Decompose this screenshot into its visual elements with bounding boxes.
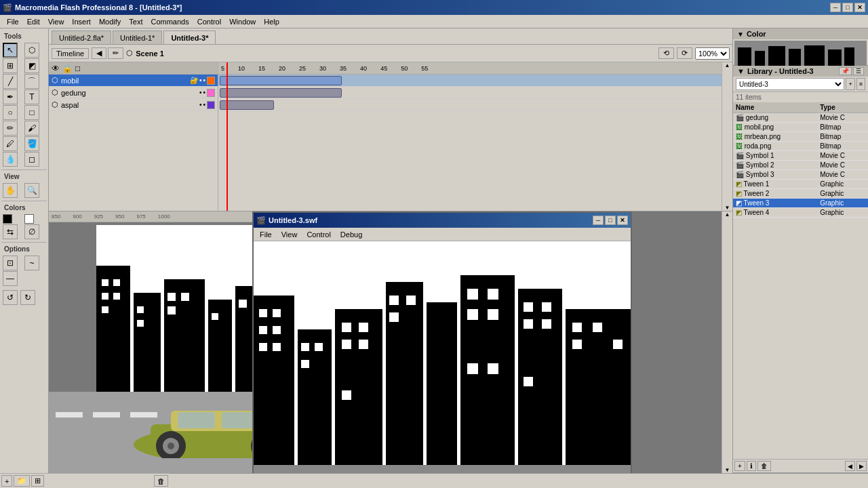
colors-label: Colors (1, 203, 47, 213)
rectangle-tool[interactable]: □ (24, 105, 39, 120)
rotate-ccw-btn[interactable]: ⟲ (658, 47, 674, 59)
color-panel-header[interactable]: ▼ Color (733, 28, 868, 39)
lib-nav-buttons: ◀ ▶ (845, 461, 867, 471)
vertical-scrollbar-canvas[interactable]: ▲ ▼ (722, 211, 732, 473)
svg-rect-8 (102, 293, 108, 300)
library-new-btn[interactable]: + (846, 78, 854, 90)
swf-menu-debug[interactable]: Debug (337, 230, 366, 239)
zoom-dropdown[interactable]: 100% 50% 200% (695, 47, 730, 60)
close-button[interactable]: ✕ (854, 3, 865, 12)
layer-gedung-color (207, 89, 215, 97)
subselection-tool[interactable]: ⬡ (24, 43, 39, 58)
layer-gedung[interactable]: ⬡ gedung • • (49, 87, 218, 99)
lib-props-btn2[interactable]: ℹ (747, 461, 756, 471)
menu-control[interactable]: Control (193, 16, 225, 27)
menu-text[interactable]: Text (125, 16, 146, 27)
layer-gedung-label: gedung (61, 89, 86, 97)
frame-row-mobil[interactable] (218, 75, 722, 87)
swf-maximize-btn[interactable]: □ (605, 216, 616, 225)
eyedropper-tool[interactable]: 💧 (3, 152, 18, 167)
tab-untitled1[interactable]: Untitled-1* (113, 30, 162, 44)
title-bar-buttons[interactable]: ─ □ ✕ (830, 3, 865, 12)
rotate-cw[interactable]: ↻ (20, 290, 35, 305)
library-item-symbol1[interactable]: 🎬 Symbol 1 Movie C (733, 151, 868, 161)
tab-untitled3[interactable]: Untitled-3* (163, 30, 216, 44)
swf-window-buttons[interactable]: ─ □ ✕ (593, 216, 628, 225)
menu-insert[interactable]: Insert (68, 16, 95, 27)
pencil-tool[interactable]: ✏ (3, 121, 18, 136)
scroll-up-arrow[interactable]: ▲ (725, 211, 730, 218)
swf-menu-view[interactable]: View (278, 230, 301, 239)
library-item-tween4[interactable]: ◩ Tween 4 Graphic (733, 208, 868, 218)
frame-row-aspal[interactable] (218, 99, 722, 111)
brush-tool[interactable]: 🖌 (24, 121, 39, 136)
menu-edit[interactable]: Edit (23, 16, 44, 27)
timeline-scrollbar[interactable]: ▲ ▼ (722, 62, 732, 211)
maximize-button[interactable]: □ (842, 3, 853, 12)
gradient-tool[interactable]: ◩ (24, 58, 39, 73)
menu-file[interactable]: File (3, 16, 23, 27)
paint-bucket-tool[interactable]: 🪣 (24, 136, 39, 151)
svg-rect-13 (167, 293, 176, 301)
lib-nav-right[interactable]: ▶ (856, 461, 867, 471)
right-panel: ▼ Color ▼ Library (732, 28, 868, 473)
minimize-button[interactable]: ─ (830, 3, 841, 12)
hand-tool[interactable]: ✋ (3, 183, 18, 198)
library-props-btn[interactable]: ≡ (856, 78, 865, 90)
pen-tool[interactable]: ✒ (3, 89, 18, 104)
rotate-ccw[interactable]: ↺ (3, 290, 18, 305)
swap-colors[interactable]: ⇆ (3, 224, 18, 239)
swf-minimize-btn[interactable]: ─ (593, 216, 604, 225)
library-item-mobil-png[interactable]: 🖼 mobil.png Bitmap (733, 123, 868, 132)
library-file-dropdown[interactable]: Untitled-3 (736, 78, 844, 90)
menu-commands[interactable]: Commands (146, 16, 193, 27)
tab-untitled2[interactable]: Untitled-2.fla* (52, 30, 111, 44)
menu-window[interactable]: Window (225, 16, 260, 27)
lib-nav-left[interactable]: ◀ (845, 461, 855, 471)
eraser-tool[interactable]: ◻ (24, 152, 39, 167)
selection-tool[interactable]: ↖ (3, 43, 18, 58)
zoom-tool[interactable]: 🔍 (24, 183, 39, 198)
text-tool[interactable]: T (24, 89, 39, 104)
menu-view[interactable]: View (44, 16, 68, 27)
straighten-btn[interactable]: — (3, 271, 18, 286)
stroke-color[interactable] (3, 214, 12, 224)
library-item-tween1[interactable]: ◩ Tween 1 Graphic (733, 180, 868, 189)
library-item-tween3[interactable]: ◩ Tween 3 Graphic (733, 199, 868, 208)
oval-tool[interactable]: ○ (3, 105, 18, 120)
scroll-down-arrow[interactable]: ▼ (725, 467, 730, 473)
menu-help[interactable]: Help (260, 16, 283, 27)
library-menu-btn[interactable]: ☰ (853, 67, 864, 75)
no-color[interactable]: ∅ (24, 224, 39, 239)
ink-bottle-tool[interactable]: 🖊 (3, 136, 18, 151)
lib-new-symbol-btn[interactable]: + (734, 461, 745, 471)
free-transform-tool[interactable]: ⊞ (3, 58, 18, 73)
timeline-button[interactable]: Timeline (52, 48, 89, 59)
line-tool[interactable]: ╱ (3, 74, 18, 89)
nav-edit-scene[interactable]: ✏ (108, 47, 123, 59)
layer-aspal[interactable]: ⬡ aspal • • (49, 99, 218, 111)
library-pin-btn[interactable]: 📌 (839, 67, 852, 75)
frame-block-mobil (220, 76, 342, 85)
library-item-symbol3[interactable]: 🎬 Symbol 3 Movie C (733, 170, 868, 180)
frame-row-gedung[interactable] (218, 87, 722, 99)
swf-menu-file[interactable]: File (256, 230, 275, 239)
lib-delete-btn[interactable]: 🗑 (757, 461, 771, 471)
library-item-symbol2[interactable]: 🎬 Symbol 2 Movie C (733, 161, 868, 170)
nav-back[interactable]: ◀ (92, 47, 106, 59)
library-item-tween2[interactable]: ◩ Tween 2 Graphic (733, 189, 868, 199)
layer-mobil[interactable]: ⬡ mobil 🔐 • • (49, 75, 218, 87)
menu-modify[interactable]: Modify (95, 16, 125, 27)
library-item-gedung[interactable]: 🎬 gedung Movie C (733, 113, 868, 123)
library-item-roda-png[interactable]: 🖼 roda.png Bitmap (733, 142, 868, 151)
swf-menu-control[interactable]: Control (303, 230, 334, 239)
lasso-tool[interactable]: ⌒ (24, 74, 39, 89)
rotate-cw-btn[interactable]: ⟳ (677, 47, 692, 59)
smooth-btn[interactable]: ~ (24, 256, 39, 270)
snap-to-objects[interactable]: ⊡ (3, 256, 18, 270)
library-table: Name Type 🎬 gedung Movie C 🖼 mobil.png B… (733, 102, 868, 218)
svg-rect-10 (102, 306, 108, 313)
swf-close-btn[interactable]: ✕ (617, 216, 628, 225)
fill-color[interactable] (24, 214, 34, 224)
library-item-mrbean-png[interactable]: 🖼 mrbean.png Bitmap (733, 132, 868, 142)
